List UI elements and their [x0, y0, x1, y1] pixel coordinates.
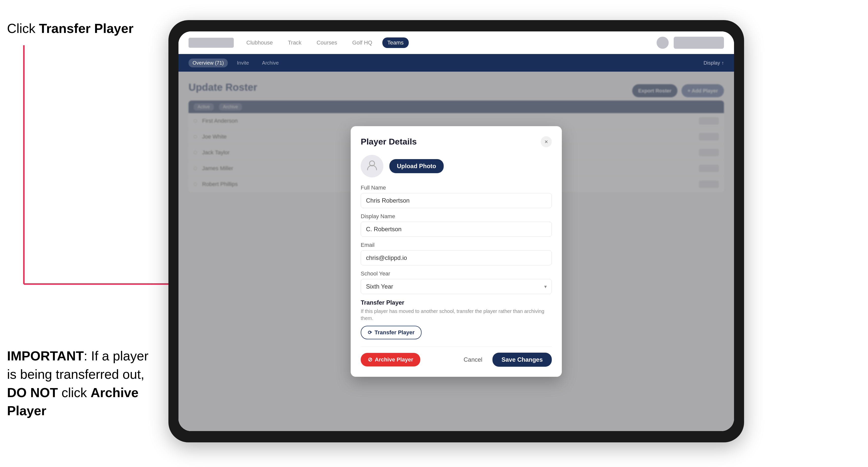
instruction-top: Click Transfer Player — [7, 20, 133, 37]
avatar-section: Upload Photo — [361, 155, 552, 178]
person-icon — [366, 159, 378, 174]
display-name-label: Display Name — [361, 213, 552, 220]
cancel-button[interactable]: Cancel — [459, 353, 488, 367]
modal-close-button[interactable]: × — [541, 136, 552, 147]
upload-photo-button[interactable]: Upload Photo — [390, 159, 444, 173]
display-name-group: Display Name — [361, 213, 552, 237]
modal-footer: ⊘ Archive Player Cancel Save Changes — [361, 346, 552, 367]
tablet-frame: Clubhouse Track Courses Golf HQ Teams Ov… — [168, 20, 744, 442]
top-nav: Clubhouse Track Courses Golf HQ Teams — [179, 31, 734, 54]
app-background: Clubhouse Track Courses Golf HQ Teams Ov… — [179, 31, 734, 431]
transfer-player-section: Transfer Player If this player has moved… — [361, 299, 552, 339]
player-details-modal: Player Details × — [351, 126, 562, 377]
content-area: Update Roster Export Roster + Add Player… — [179, 72, 734, 431]
school-year-wrapper: First Year Second Year Third Year Fourth… — [361, 279, 552, 294]
instruction-bold: Transfer Player — [39, 21, 133, 36]
transfer-section-description: If this player has moved to another scho… — [361, 308, 552, 322]
full-name-label: Full Name — [361, 185, 552, 191]
archive-player-label: Archive Player — [375, 356, 413, 363]
nav-logo — [189, 38, 234, 48]
sub-nav-invite[interactable]: Invite — [233, 59, 253, 67]
sub-nav-archive[interactable]: Archive — [258, 59, 283, 67]
do-not-label: DO NOT — [7, 385, 58, 400]
modal-title: Player Details — [361, 137, 417, 147]
sub-nav: Overview (71) Invite Archive Display ↑ — [179, 54, 734, 72]
nav-tab-track[interactable]: Track — [283, 37, 306, 48]
avatar-placeholder — [361, 155, 383, 178]
important-label: IMPORTANT — [7, 349, 84, 363]
full-name-input[interactable] — [361, 193, 552, 208]
display-name-input[interactable] — [361, 222, 552, 237]
sub-nav-display: Display ↑ — [704, 60, 724, 66]
archive-icon: ⊘ — [368, 356, 372, 363]
instruction-b4: click — [58, 385, 91, 400]
modal-overlay: Player Details × — [179, 72, 734, 431]
refresh-icon: ⟳ — [368, 330, 372, 336]
archive-player-button[interactable]: ⊘ Archive Player — [361, 353, 420, 367]
nav-avatar — [657, 37, 669, 49]
transfer-section-title: Transfer Player — [361, 299, 552, 306]
email-input[interactable] — [361, 250, 552, 266]
school-year-select[interactable]: First Year Second Year Third Year Fourth… — [361, 279, 552, 294]
transfer-player-button[interactable]: ⟳ Transfer Player — [361, 326, 422, 339]
school-year-group: School Year First Year Second Year Third… — [361, 271, 552, 294]
full-name-group: Full Name — [361, 185, 552, 208]
nav-tabs: Clubhouse Track Courses Golf HQ Teams — [241, 37, 649, 48]
nav-tab-golfhq[interactable]: Golf HQ — [347, 37, 377, 48]
email-label: Email — [361, 242, 552, 248]
instruction-bottom: IMPORTANT: If a player is being transfer… — [7, 347, 153, 420]
nav-add-btn[interactable] — [674, 37, 724, 49]
nav-right — [657, 37, 724, 49]
instruction-prefix: Click — [7, 21, 39, 36]
nav-tab-clubhouse[interactable]: Clubhouse — [241, 37, 278, 48]
tablet-screen: Clubhouse Track Courses Golf HQ Teams Ov… — [179, 31, 734, 431]
modal-header: Player Details × — [361, 136, 552, 147]
school-year-label: School Year — [361, 271, 552, 277]
sub-nav-overview[interactable]: Overview (71) — [189, 59, 228, 67]
nav-tab-teams[interactable]: Teams — [382, 37, 409, 48]
email-group: Email — [361, 242, 552, 266]
transfer-player-label: Transfer Player — [375, 329, 414, 336]
nav-tab-courses[interactable]: Courses — [311, 37, 342, 48]
save-changes-button[interactable]: Save Changes — [492, 353, 552, 367]
